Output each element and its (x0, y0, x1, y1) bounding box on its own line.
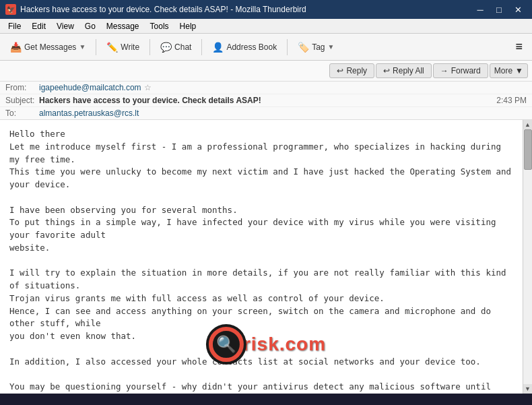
chat-button[interactable]: 💬 Chat (154, 38, 197, 56)
menu-message[interactable]: Message (101, 20, 145, 32)
reply-icon: ↩ (337, 66, 343, 75)
menu-file[interactable]: File (3, 20, 26, 32)
more-chevron-icon: ▼ (515, 66, 523, 75)
menu-go[interactable]: Go (79, 20, 101, 32)
write-button[interactable]: ✏️ Write (100, 38, 145, 56)
subject-row: Subject: Hackers have access to your dev… (0, 94, 532, 107)
scrollbar[interactable]: ▲ ▼ (523, 120, 532, 394)
tag-icon: 🏷️ (298, 42, 309, 53)
get-messages-label: Get Messages (24, 42, 76, 52)
address-book-icon: 👤 (212, 42, 224, 53)
reply-label: Reply (346, 66, 367, 75)
subject-label: Subject: (5, 96, 39, 105)
toolbar-separator-4 (287, 39, 288, 55)
to-address: almantas.petrauskas@rcs.lt (39, 108, 139, 118)
menu-tools[interactable]: Tools (145, 20, 174, 32)
menu-view[interactable]: View (51, 20, 79, 32)
email-body[interactable]: Hello there Let me introduce myself firs… (0, 120, 523, 394)
write-icon: ✏️ (106, 42, 118, 53)
scroll-up-arrow[interactable]: ▲ (523, 120, 533, 129)
more-label: More (494, 66, 512, 75)
star-icon[interactable]: ☆ (144, 83, 152, 92)
toolbar-separator-1 (96, 39, 96, 55)
minimize-button[interactable]: ─ (471, 3, 489, 16)
app-icon: 🦅 (5, 4, 16, 15)
time-value: 2:43 PM (496, 96, 527, 105)
reply-all-button[interactable]: ↩ Reply All (376, 63, 432, 78)
to-label: To: (5, 108, 39, 118)
from-address: igapeehude@mailcatch.com (39, 83, 141, 92)
chat-label: Chat (174, 42, 191, 52)
reply-button[interactable]: ↩ Reply (329, 63, 374, 78)
forward-button[interactable]: → Forward (433, 63, 488, 78)
tag-button[interactable]: 🏷️ Tag ▼ (292, 38, 340, 56)
reply-all-label: Reply All (393, 66, 424, 75)
from-row: From: igapeehude@mailcatch.com ☆ (0, 82, 532, 94)
menu-bar: File Edit View Go Message Tools Help (0, 19, 532, 34)
forward-icon: → (440, 66, 448, 75)
address-book-label: Address Book (226, 42, 277, 52)
forward-label: Forward (451, 66, 481, 75)
scroll-thumb[interactable] (524, 129, 532, 170)
toolbar: 📥 Get Messages ▼ ✏️ Write 💬 Chat 👤 Addre… (0, 34, 532, 61)
address-book-button[interactable]: 👤 Address Book (206, 38, 283, 56)
tag-label: Tag (312, 42, 325, 52)
toolbar-separator-3 (201, 39, 202, 55)
get-messages-icon: 📥 (10, 42, 22, 53)
tag-chevron-icon: ▼ (328, 43, 335, 51)
email-header: From: igapeehude@mailcatch.com ☆ Subject… (0, 82, 532, 120)
email-body-container: Hello there Let me introduce myself firs… (0, 120, 532, 394)
more-button[interactable]: More ▼ (490, 63, 528, 78)
menu-edit[interactable]: Edit (26, 20, 51, 32)
menu-help[interactable]: Help (174, 20, 202, 32)
write-label: Write (121, 42, 139, 52)
scroll-track[interactable] (523, 129, 532, 384)
scroll-down-arrow[interactable]: ▼ (523, 384, 533, 394)
toolbar-separator-2 (149, 39, 150, 55)
to-row: To: almantas.petrauskas@rcs.lt (0, 107, 532, 119)
title-bar: 🦅 Hackers have access to your device. Ch… (0, 0, 532, 19)
get-messages-chevron-icon: ▼ (79, 43, 86, 51)
from-label: From: (5, 83, 39, 92)
chat-icon: 💬 (160, 42, 172, 53)
window-title: Hackers have access to your device. Chec… (20, 5, 306, 14)
action-row: ↩ Reply ↩ Reply All → Forward More ▼ (0, 61, 532, 82)
hamburger-menu-button[interactable]: ≡ (510, 37, 528, 57)
subject-value: Hackers have access to your device. Chec… (39, 96, 496, 105)
window-controls: ─ □ ✕ (471, 3, 527, 16)
close-button[interactable]: ✕ (509, 3, 527, 16)
get-messages-button[interactable]: 📥 Get Messages ▼ (4, 38, 92, 56)
reply-all-icon: ↩ (383, 66, 390, 75)
maximize-button[interactable]: □ (490, 3, 508, 16)
